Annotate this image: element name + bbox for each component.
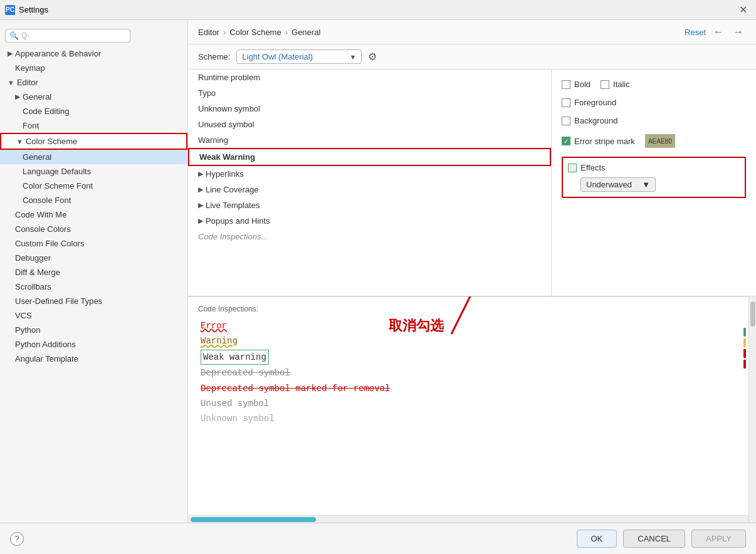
help-button[interactable]: ? xyxy=(10,532,24,546)
list-item-unknown-symbol[interactable]: Unknown symbol xyxy=(188,101,551,117)
sidebar-item-keymap[interactable]: Keymap xyxy=(0,61,187,75)
bold-label: Bold xyxy=(574,80,591,89)
bold-checkbox-label[interactable]: Bold xyxy=(562,80,591,89)
sidebar-item-scrollbars[interactable]: Scrollbars xyxy=(0,280,187,294)
sidebar-item-editor[interactable]: ▼ Editor xyxy=(0,75,187,90)
gear-icon[interactable]: ⚙ xyxy=(368,51,377,63)
ok-button[interactable]: OK xyxy=(577,530,617,548)
list-item-hyperlinks[interactable]: ▶ Hyperlinks xyxy=(188,166,551,182)
list-item-warning[interactable]: Warning xyxy=(188,132,551,148)
preview-line-deprecated: Deprecated symbol xyxy=(198,365,746,380)
error-stripe-color-swatch[interactable]: AEAE80 xyxy=(645,134,675,148)
sidebar-item-debugger[interactable]: Debugger xyxy=(0,251,187,265)
list-item-runtime-problem[interactable]: Runtime problem xyxy=(188,70,551,85)
foreground-checkbox[interactable] xyxy=(562,98,570,107)
sidebar-item-angular-template[interactable]: Angular Template xyxy=(0,352,187,366)
effects-label: Effects xyxy=(580,163,606,172)
effects-checkbox[interactable] xyxy=(568,164,577,172)
sidebar-item-python[interactable]: Python xyxy=(0,323,187,337)
sidebar-item-diff-merge[interactable]: Diff & Merge xyxy=(0,265,187,280)
bottom-right: OK CANCEL APPLY xyxy=(577,530,747,548)
sidebar-item-custom-file-colors[interactable]: Custom File Colors xyxy=(0,236,187,251)
arrow-icon-general: ▶ xyxy=(15,93,20,101)
list-item-line-coverage[interactable]: ▶ Line Coverage xyxy=(188,182,551,197)
preview-scrollbar[interactable] xyxy=(748,296,756,523)
error-stripe-row: Error stripe mark AEAE80 xyxy=(562,134,746,148)
preview-warning-text: Warning xyxy=(201,336,238,346)
sidebar-item-console-colors[interactable]: Console Colors xyxy=(0,222,187,236)
sidebar-item-color-scheme-font[interactable]: Color Scheme Font xyxy=(0,179,187,193)
background-checkbox-label[interactable]: Background xyxy=(562,116,617,125)
sidebar-item-python-additions[interactable]: Python Additions xyxy=(0,337,187,352)
forward-button[interactable]: → xyxy=(731,25,746,39)
arrow-icon-color-scheme: ▼ xyxy=(16,138,23,145)
preview-title: Code Inspections: xyxy=(198,305,746,313)
error-stripe-checkbox-label[interactable]: Error stripe mark xyxy=(562,137,635,146)
color-indicator-red2 xyxy=(743,360,746,368)
breadcrumb: Editor › Color Scheme › General xyxy=(198,28,320,37)
list-panel: Runtime problem Typo Unknown symbol Unus… xyxy=(188,70,552,296)
sidebar-item-vcs[interactable]: VCS xyxy=(0,308,187,323)
search-icon: 🔍 xyxy=(9,31,19,40)
sidebar-item-general-cs[interactable]: General xyxy=(0,150,187,164)
close-button[interactable]: ✕ xyxy=(735,3,751,17)
preview-line-warning: Warning xyxy=(198,333,746,348)
preview-deprecated-text: Deprecated symbol xyxy=(201,368,290,378)
bottom-bar: ? OK CANCEL APPLY xyxy=(0,523,756,554)
foreground-checkbox-label[interactable]: Foreground xyxy=(562,98,616,107)
chevron-down-icon: ▼ xyxy=(349,53,356,61)
sidebar-item-general[interactable]: ▶ General xyxy=(0,90,187,104)
preview-deprecated-removal-text: Deprecated symbol marked for removal xyxy=(201,384,390,394)
right-panel: Editor › Color Scheme › General Reset ← … xyxy=(188,20,756,523)
scrollbar-thumb[interactable] xyxy=(750,301,755,327)
sidebar-item-console-font[interactable]: Console Font xyxy=(0,193,187,207)
bold-checkbox[interactable] xyxy=(562,80,570,89)
hscrollbar-thumb[interactable] xyxy=(191,517,316,522)
color-indicator-red xyxy=(743,349,746,358)
breadcrumb-color-scheme: Color Scheme xyxy=(229,28,281,37)
background-label: Background xyxy=(574,116,617,125)
error-stripe-checkbox[interactable] xyxy=(562,137,570,145)
effects-checkbox-label[interactable]: Effects xyxy=(568,163,606,172)
scheme-dropdown[interactable]: Light Owl (Material) ▼ xyxy=(236,50,362,64)
apply-button[interactable]: APPLY xyxy=(691,530,746,548)
error-stripe-color-value: AEAE80 xyxy=(648,138,672,145)
color-indicator-green xyxy=(743,328,746,337)
sidebar-item-code-with-me[interactable]: Code With Me xyxy=(0,207,187,222)
list-item-weak-warning[interactable]: Weak Warning xyxy=(188,148,551,166)
background-checkbox[interactable] xyxy=(562,117,570,125)
arrow-icon-hyperlinks: ▶ xyxy=(198,170,203,178)
list-item-unused-symbol[interactable]: Unused symbol xyxy=(188,117,551,132)
back-button[interactable]: ← xyxy=(711,25,726,39)
list-item-typo[interactable]: Typo xyxy=(188,85,551,101)
sidebar-item-appearance[interactable]: ▶ Appearance & Behavior xyxy=(0,46,187,61)
sidebar-item-code-editing[interactable]: Code Editing xyxy=(0,104,187,118)
app-icon: PC xyxy=(5,5,15,15)
sidebar-item-color-scheme[interactable]: ▼ Color Scheme xyxy=(0,133,187,150)
main-container: 🔍 Q- ▶ Appearance & Behavior Keymap ▼ Ed… xyxy=(0,20,756,554)
window-title: Settings xyxy=(19,5,735,14)
reset-button[interactable]: Reset xyxy=(685,28,706,37)
list-item-code-inspections[interactable]: Code Inspections... xyxy=(188,229,551,244)
preview-error-text: Error xyxy=(201,321,227,331)
italic-checkbox-label[interactable]: Italic xyxy=(601,80,630,89)
arrow-icon-editor: ▼ xyxy=(8,79,14,86)
scheme-bar: Scheme: Light Owl (Material) ▼ ⚙ xyxy=(188,44,756,70)
effects-inner: Effects xyxy=(568,163,740,172)
sidebar-item-language-defaults[interactable]: Language Defaults xyxy=(0,164,187,179)
preview-line-unknown: Unknown symbol xyxy=(198,411,746,426)
content-area: 🔍 Q- ▶ Appearance & Behavior Keymap ▼ Ed… xyxy=(0,20,756,523)
list-item-live-templates[interactable]: ▶ Live Templates xyxy=(188,197,551,213)
list-item-popups-hints[interactable]: ▶ Popups and Hints xyxy=(188,213,551,229)
cancel-button[interactable]: CANCEL xyxy=(623,530,685,548)
options-panel: Bold Italic Foreground xyxy=(552,70,756,296)
bottom-left: ? xyxy=(10,532,24,546)
bold-italic-row: Bold Italic xyxy=(562,80,746,89)
preview-hscrollbar[interactable] xyxy=(188,515,748,523)
arrow-icon-line-coverage: ▶ xyxy=(198,186,203,194)
italic-checkbox[interactable] xyxy=(601,80,609,89)
sidebar-item-font[interactable]: Font xyxy=(0,118,187,133)
sidebar-item-user-defined-file-types[interactable]: User-Defined File Types xyxy=(0,294,187,308)
effects-dropdown[interactable]: Underwaved ▼ xyxy=(580,177,656,192)
search-box[interactable]: 🔍 Q- xyxy=(5,29,130,43)
